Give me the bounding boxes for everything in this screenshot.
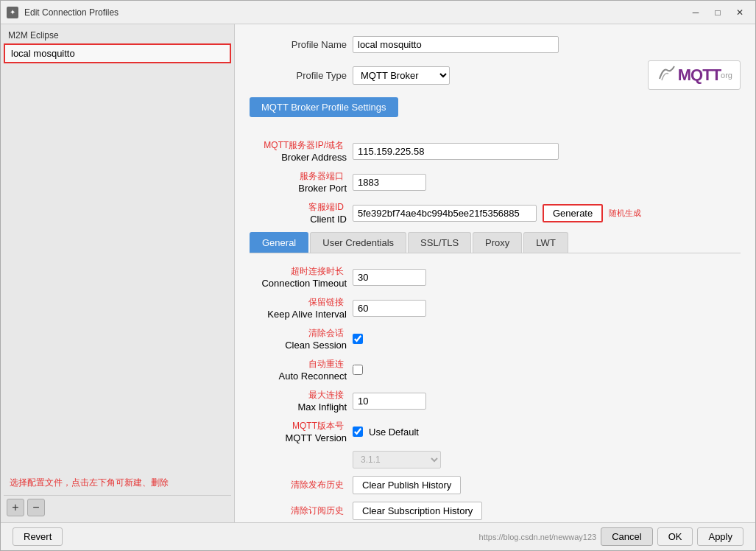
connection-timeout-label: Connection Timeout [261,278,347,289]
sidebar-hint: 选择配置文件，点击左下角可新建、删除 [4,470,231,495]
mqtt-version-controls: Use Default [353,427,419,438]
clean-session-checkbox[interactable] [353,334,363,344]
profile-type-left: MQTT Broker [353,66,450,85]
mqtt-org: org [721,71,732,80]
app-icon: ✦ [7,7,18,18]
auto-reconnect-label-group: 自动重连 Auto Reconnect [250,358,353,382]
profile-name-row: Profile Name [250,36,741,53]
mqtt-version-label: MQTT Version [285,432,347,443]
connection-timeout-label-group: 超时连接时长 Connection Timeout [250,265,353,289]
clear-publish-row: 清除发布历史 Clear Publish History [250,476,741,494]
sidebar-spacer [4,63,231,470]
add-profile-button[interactable]: + [7,499,24,516]
connection-timeout-input[interactable] [353,269,426,286]
profile-type-select[interactable]: MQTT Broker [353,67,449,84]
auto-reconnect-checkbox[interactable] [353,365,363,375]
mqtt-version-label-group: MQTT版本号 MQTT Version [250,420,353,443]
profile-name-label: Profile Name [250,39,353,50]
use-default-label: Use Default [369,427,419,438]
broker-address-label-group: MQTT服务器IP/域名 Broker Address [250,139,353,163]
mqtt-antenna-icon [656,64,678,86]
mqtt-version-row: MQTT版本号 MQTT Version Use Default [250,420,741,443]
generate-hint: 随机生成 [609,208,641,219]
clean-session-row: 清除会话 Clean Session [250,327,741,351]
client-id-row: 客服端ID Client ID Generate 随机生成 [250,201,741,225]
broker-address-input[interactable] [353,143,559,160]
version-select: 3.1.1 [353,451,441,468]
client-id-chinese: 客服端ID [308,201,344,214]
clear-publish-label-group: 清除发布历史 [250,479,353,491]
main-content: M2M Eclipse local mosquitto 选择配置文件，点击左下角… [1,24,755,522]
clear-subscription-chinese: 清除订阅历史 [291,505,344,517]
tab-lwt[interactable]: LWT [523,232,568,253]
max-inflight-input[interactable] [353,393,426,410]
minimize-button[interactable]: ─ [686,5,705,20]
max-inflight-label-group: 最大连接 Max Inflight [250,389,353,413]
tab-general[interactable]: General [250,232,308,253]
clear-publish-button[interactable]: Clear Publish History [353,476,461,494]
clean-session-label: Clean Session [285,340,347,351]
broker-port-row: 服务器端口 Broker Port [250,170,741,194]
broker-address-chinese: MQTT服务器IP/域名 [264,139,344,152]
connection-timeout-chinese: 超时连接时长 [291,265,344,278]
keep-alive-label-group: 保留链接 Keep Alive Interval [250,296,353,320]
clear-publish-chinese: 清除发布历史 [291,479,344,491]
tab-proxy[interactable]: Proxy [473,232,522,253]
mqtt-version-chinese: MQTT版本号 [292,420,344,432]
broker-port-label: Broker Port [298,183,347,194]
version-dropdown-row: 3.1.1 [250,451,741,468]
profile-name-input[interactable] [353,36,559,53]
keep-alive-row: 保留链接 Keep Alive Interval [250,296,741,320]
mqtt-text: MQTT [678,66,721,85]
profile-type-select-wrapper: MQTT Broker [353,66,450,85]
auto-reconnect-row: 自动重连 Auto Reconnect [250,358,741,382]
keep-alive-label: Keep Alive Interval [267,309,347,320]
keep-alive-chinese: 保留链接 [308,296,344,309]
footer-url: https://blog.csdn.net/newway123 [479,533,597,541]
remove-profile-button[interactable]: − [27,499,45,516]
tab-bar: General User Credentials SSL/TLS Proxy L… [250,232,741,253]
max-inflight-row: 最大连接 Max Inflight [250,389,741,413]
broker-profile-settings-button[interactable]: MQTT Broker Profile Settings [250,97,398,117]
tab-user-credentials[interactable]: User Credentials [310,232,406,253]
tab-ssl-tls[interactable]: SSL/TLS [408,232,471,253]
clean-session-chinese: 清除会话 [308,327,344,340]
footer-right: https://blog.csdn.net/newway123 Cancel O… [479,527,743,546]
generate-button[interactable]: Generate [543,204,603,222]
window-controls: ─ □ ✕ [686,5,749,20]
section-btn-row: MQTT Broker Profile Settings [250,97,741,129]
profile-type-row: Profile Type MQTT Broker MQTTorg [250,60,741,90]
sidebar-footer: + − [4,495,231,519]
window-title: Edit Connection Profiles [24,7,680,18]
broker-port-chinese: 服务器端口 [300,170,344,183]
max-inflight-label: Max Inflight [298,401,347,413]
sidebar-group-label: M2M Eclipse [4,27,231,43]
close-button[interactable]: ✕ [730,5,749,20]
broker-address-row: MQTT服务器IP/域名 Broker Address [250,139,741,163]
profile-type-label: Profile Type [250,70,353,81]
client-id-input[interactable] [353,205,537,222]
client-id-label: Client ID [310,214,347,225]
maximize-button[interactable]: □ [708,5,727,20]
sidebar-item-local-mosquitto[interactable]: local mosquitto [4,43,231,63]
keep-alive-input[interactable] [353,300,426,317]
footer-bar: Revert https://blog.csdn.net/newway123 C… [1,522,755,550]
general-tab-content: 超时连接时长 Connection Timeout 保留链接 Keep Aliv… [250,265,741,520]
clear-subscription-button[interactable]: Clear Subscription History [353,502,482,520]
revert-button[interactable]: Revert [13,527,63,546]
sidebar: M2M Eclipse local mosquitto 选择配置文件，点击左下角… [1,24,235,522]
connection-timeout-row: 超时连接时长 Connection Timeout [250,265,741,289]
broker-address-label: Broker Address [281,152,347,163]
right-panel: Profile Name Profile Type MQTT Broker [235,24,755,522]
clean-session-label-group: 清除会话 Clean Session [250,327,353,351]
apply-button[interactable]: Apply [697,527,743,546]
broker-port-input[interactable] [353,174,426,191]
max-inflight-chinese: 最大连接 [308,389,344,401]
clear-subscription-row: 清除订阅历史 Clear Subscription History [250,502,741,520]
title-bar: ✦ Edit Connection Profiles ─ □ ✕ [1,1,755,24]
clear-subscription-label-group: 清除订阅历史 [250,505,353,517]
cancel-button[interactable]: Cancel [601,527,652,546]
ok-button[interactable]: OK [657,527,693,546]
footer-left: Revert [13,527,63,546]
use-default-checkbox[interactable] [353,427,363,437]
